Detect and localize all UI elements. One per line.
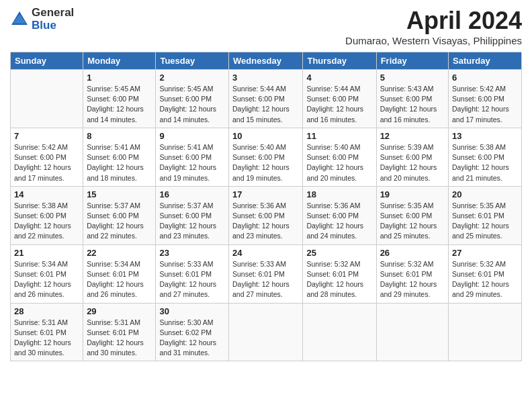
calendar-week-5: 28Sunrise: 5:31 AMSunset: 6:01 PMDayligh…	[11, 303, 522, 361]
day-number: 2	[159, 73, 225, 83]
calendar-cell: 24Sunrise: 5:33 AMSunset: 6:01 PMDayligh…	[229, 244, 303, 303]
logo-icon	[10, 10, 29, 29]
day-info: Sunrise: 5:43 AMSunset: 6:00 PMDaylight:…	[380, 84, 445, 125]
calendar-cell: 3Sunrise: 5:44 AMSunset: 6:00 PMDaylight…	[229, 70, 303, 128]
calendar-cell: 18Sunrise: 5:36 AMSunset: 6:00 PMDayligh…	[303, 186, 376, 244]
day-info: Sunrise: 5:33 AMSunset: 6:01 PMDaylight:…	[232, 259, 299, 300]
day-number: 9	[159, 131, 225, 141]
calendar-cell	[303, 303, 376, 361]
calendar-cell: 28Sunrise: 5:31 AMSunset: 6:01 PMDayligh…	[11, 303, 83, 361]
day-number: 14	[14, 189, 79, 199]
day-number: 30	[159, 306, 225, 316]
day-info: Sunrise: 5:41 AMSunset: 6:00 PMDaylight:…	[87, 142, 152, 183]
day-info: Sunrise: 5:38 AMSunset: 6:00 PMDaylight:…	[14, 201, 79, 242]
day-number: 13	[452, 131, 518, 141]
day-info: Sunrise: 5:32 AMSunset: 6:01 PMDaylight:…	[380, 259, 445, 300]
day-header-saturday: Saturday	[449, 52, 522, 70]
calendar-cell: 21Sunrise: 5:34 AMSunset: 6:01 PMDayligh…	[11, 244, 83, 303]
day-info: Sunrise: 5:42 AMSunset: 6:00 PMDaylight:…	[14, 142, 79, 183]
calendar-body: 1Sunrise: 5:45 AMSunset: 6:00 PMDaylight…	[11, 70, 522, 361]
day-info: Sunrise: 5:35 AMSunset: 6:01 PMDaylight:…	[452, 201, 518, 242]
calendar-week-3: 14Sunrise: 5:38 AMSunset: 6:00 PMDayligh…	[11, 186, 522, 244]
calendar-cell: 10Sunrise: 5:40 AMSunset: 6:00 PMDayligh…	[229, 128, 303, 186]
calendar-cell: 4Sunrise: 5:44 AMSunset: 6:00 PMDaylight…	[303, 70, 376, 128]
day-header-friday: Friday	[376, 52, 448, 70]
day-info: Sunrise: 5:37 AMSunset: 6:00 PMDaylight:…	[159, 201, 225, 242]
day-number: 12	[380, 131, 445, 141]
day-info: Sunrise: 5:41 AMSunset: 6:00 PMDaylight:…	[159, 142, 225, 183]
day-info: Sunrise: 5:34 AMSunset: 6:01 PMDaylight:…	[14, 259, 79, 300]
day-number: 5	[380, 73, 445, 83]
day-number: 10	[232, 131, 299, 141]
day-number: 20	[452, 189, 518, 199]
calendar-cell: 30Sunrise: 5:30 AMSunset: 6:02 PMDayligh…	[156, 303, 229, 361]
calendar-cell	[229, 303, 303, 361]
day-number: 28	[14, 306, 79, 316]
day-info: Sunrise: 5:44 AMSunset: 6:00 PMDaylight:…	[232, 84, 299, 125]
day-number: 29	[87, 306, 152, 316]
day-info: Sunrise: 5:37 AMSunset: 6:00 PMDaylight:…	[87, 201, 152, 242]
title-block: April 2024 Dumarao, Western Visayas, Phi…	[345, 7, 522, 46]
page-subtitle: Dumarao, Western Visayas, Philippines	[345, 35, 522, 46]
day-number: 4	[306, 73, 372, 83]
logo-text: General Blue	[32, 7, 74, 32]
day-info: Sunrise: 5:40 AMSunset: 6:00 PMDaylight:…	[306, 142, 372, 183]
day-number: 8	[87, 131, 152, 141]
day-number: 18	[306, 189, 372, 199]
logo: General Blue	[10, 7, 74, 32]
calendar-cell	[376, 303, 448, 361]
page-header: General Blue April 2024 Dumarao, Western…	[10, 7, 522, 46]
day-info: Sunrise: 5:34 AMSunset: 6:01 PMDaylight:…	[87, 259, 152, 300]
day-number: 26	[380, 248, 445, 258]
calendar-cell: 13Sunrise: 5:38 AMSunset: 6:00 PMDayligh…	[449, 128, 522, 186]
calendar-cell: 17Sunrise: 5:36 AMSunset: 6:00 PMDayligh…	[229, 186, 303, 244]
day-info: Sunrise: 5:40 AMSunset: 6:00 PMDaylight:…	[232, 142, 299, 183]
day-info: Sunrise: 5:45 AMSunset: 6:00 PMDaylight:…	[159, 84, 225, 125]
day-info: Sunrise: 5:32 AMSunset: 6:01 PMDaylight:…	[452, 259, 518, 300]
day-info: Sunrise: 5:36 AMSunset: 6:00 PMDaylight:…	[306, 201, 372, 242]
calendar-cell: 9Sunrise: 5:41 AMSunset: 6:00 PMDaylight…	[156, 128, 229, 186]
day-number: 7	[14, 131, 79, 141]
day-number: 11	[306, 131, 372, 141]
day-info: Sunrise: 5:44 AMSunset: 6:00 PMDaylight:…	[306, 84, 372, 125]
day-info: Sunrise: 5:32 AMSunset: 6:01 PMDaylight:…	[306, 259, 372, 300]
day-info: Sunrise: 5:31 AMSunset: 6:01 PMDaylight:…	[14, 318, 79, 359]
calendar-week-1: 1Sunrise: 5:45 AMSunset: 6:00 PMDaylight…	[11, 70, 522, 128]
day-number: 21	[14, 248, 79, 258]
day-number: 23	[159, 248, 225, 258]
calendar-week-4: 21Sunrise: 5:34 AMSunset: 6:01 PMDayligh…	[11, 244, 522, 303]
calendar-cell	[11, 70, 83, 128]
calendar-header: SundayMondayTuesdayWednesdayThursdayFrid…	[11, 52, 522, 70]
calendar-cell: 19Sunrise: 5:35 AMSunset: 6:00 PMDayligh…	[376, 186, 448, 244]
day-number: 15	[87, 189, 152, 199]
day-number: 3	[232, 73, 299, 83]
calendar-cell: 12Sunrise: 5:39 AMSunset: 6:00 PMDayligh…	[376, 128, 448, 186]
day-number: 17	[232, 189, 299, 199]
day-number: 6	[452, 73, 518, 83]
day-info: Sunrise: 5:38 AMSunset: 6:00 PMDaylight:…	[452, 142, 518, 183]
calendar-cell: 20Sunrise: 5:35 AMSunset: 6:01 PMDayligh…	[449, 186, 522, 244]
calendar-cell: 27Sunrise: 5:32 AMSunset: 6:01 PMDayligh…	[449, 244, 522, 303]
calendar-cell: 23Sunrise: 5:33 AMSunset: 6:01 PMDayligh…	[156, 244, 229, 303]
day-info: Sunrise: 5:30 AMSunset: 6:02 PMDaylight:…	[159, 318, 225, 359]
calendar-cell: 2Sunrise: 5:45 AMSunset: 6:00 PMDaylight…	[156, 70, 229, 128]
page-title: April 2024	[345, 7, 522, 35]
calendar-cell: 8Sunrise: 5:41 AMSunset: 6:00 PMDaylight…	[83, 128, 156, 186]
calendar-cell: 15Sunrise: 5:37 AMSunset: 6:00 PMDayligh…	[83, 186, 156, 244]
day-number: 1	[87, 73, 152, 83]
calendar-cell: 29Sunrise: 5:31 AMSunset: 6:01 PMDayligh…	[83, 303, 156, 361]
day-number: 16	[159, 189, 225, 199]
day-info: Sunrise: 5:35 AMSunset: 6:00 PMDaylight:…	[380, 201, 445, 242]
calendar-cell: 22Sunrise: 5:34 AMSunset: 6:01 PMDayligh…	[83, 244, 156, 303]
day-header-sunday: Sunday	[11, 52, 83, 70]
day-info: Sunrise: 5:45 AMSunset: 6:00 PMDaylight:…	[87, 84, 152, 125]
calendar-cell: 11Sunrise: 5:40 AMSunset: 6:00 PMDayligh…	[303, 128, 376, 186]
day-info: Sunrise: 5:36 AMSunset: 6:00 PMDaylight:…	[232, 201, 299, 242]
day-number: 27	[452, 248, 518, 258]
day-info: Sunrise: 5:31 AMSunset: 6:01 PMDaylight:…	[87, 318, 152, 359]
calendar-cell: 5Sunrise: 5:43 AMSunset: 6:00 PMDaylight…	[376, 70, 448, 128]
calendar-cell: 25Sunrise: 5:32 AMSunset: 6:01 PMDayligh…	[303, 244, 376, 303]
day-header-thursday: Thursday	[303, 52, 376, 70]
calendar-cell: 6Sunrise: 5:42 AMSunset: 6:00 PMDaylight…	[449, 70, 522, 128]
day-info: Sunrise: 5:39 AMSunset: 6:00 PMDaylight:…	[380, 142, 445, 183]
